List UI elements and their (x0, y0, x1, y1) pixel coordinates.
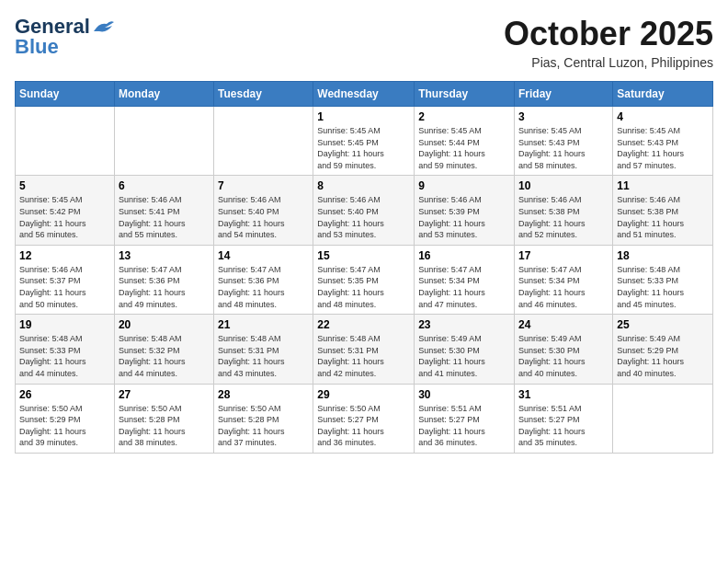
day-number: 11 (617, 179, 709, 192)
weekday-header-wednesday: Wednesday (313, 82, 415, 107)
logo-blue: Blue (15, 35, 59, 59)
day-info: Sunrise: 5:45 AM Sunset: 5:43 PM Dayligh… (617, 125, 709, 171)
location-subtitle: Pias, Central Luzon, Philippines (504, 55, 713, 70)
day-info: Sunrise: 5:45 AM Sunset: 5:45 PM Dayligh… (317, 125, 410, 171)
weekday-header-row: SundayMondayTuesdayWednesdayThursdayFrid… (16, 82, 713, 107)
day-number: 22 (317, 318, 410, 331)
day-number: 16 (418, 249, 510, 262)
calendar-cell: 14Sunrise: 5:47 AM Sunset: 5:36 PM Dayli… (214, 245, 313, 314)
calendar-cell: 12Sunrise: 5:46 AM Sunset: 5:37 PM Dayli… (16, 245, 115, 314)
weekday-header-thursday: Thursday (415, 82, 515, 107)
day-number: 24 (518, 318, 609, 331)
day-number: 6 (119, 179, 210, 192)
calendar-cell: 16Sunrise: 5:47 AM Sunset: 5:34 PM Dayli… (415, 245, 515, 314)
weekday-header-monday: Monday (114, 82, 213, 107)
day-info: Sunrise: 5:48 AM Sunset: 5:32 PM Dayligh… (119, 333, 210, 379)
day-number: 12 (19, 249, 110, 262)
day-info: Sunrise: 5:49 AM Sunset: 5:30 PM Dayligh… (518, 333, 609, 379)
calendar-week-4: 19Sunrise: 5:48 AM Sunset: 5:33 PM Dayli… (16, 315, 713, 384)
calendar-cell: 15Sunrise: 5:47 AM Sunset: 5:35 PM Dayli… (313, 245, 415, 314)
calendar-cell: 10Sunrise: 5:46 AM Sunset: 5:38 PM Dayli… (515, 176, 613, 245)
day-number: 19 (19, 318, 110, 331)
calendar-cell: 19Sunrise: 5:48 AM Sunset: 5:33 PM Dayli… (16, 315, 115, 384)
day-info: Sunrise: 5:47 AM Sunset: 5:36 PM Dayligh… (218, 264, 309, 310)
calendar-cell: 24Sunrise: 5:49 AM Sunset: 5:30 PM Dayli… (515, 315, 613, 384)
day-info: Sunrise: 5:50 AM Sunset: 5:29 PM Dayligh… (19, 403, 110, 449)
calendar-cell: 21Sunrise: 5:48 AM Sunset: 5:31 PM Dayli… (214, 315, 313, 384)
day-info: Sunrise: 5:46 AM Sunset: 5:39 PM Dayligh… (418, 194, 510, 240)
calendar-cell (114, 107, 213, 176)
day-info: Sunrise: 5:51 AM Sunset: 5:27 PM Dayligh… (418, 403, 510, 449)
calendar-cell: 7Sunrise: 5:46 AM Sunset: 5:40 PM Daylig… (214, 176, 313, 245)
day-number: 23 (418, 318, 510, 331)
day-number: 18 (617, 249, 709, 262)
day-info: Sunrise: 5:50 AM Sunset: 5:28 PM Dayligh… (218, 403, 309, 449)
day-number: 17 (518, 249, 609, 262)
day-number: 5 (19, 179, 110, 192)
day-info: Sunrise: 5:49 AM Sunset: 5:30 PM Dayligh… (418, 333, 510, 379)
day-info: Sunrise: 5:46 AM Sunset: 5:38 PM Dayligh… (518, 194, 609, 240)
calendar-cell: 9Sunrise: 5:46 AM Sunset: 5:39 PM Daylig… (415, 176, 515, 245)
calendar-cell: 5Sunrise: 5:45 AM Sunset: 5:42 PM Daylig… (16, 176, 115, 245)
day-info: Sunrise: 5:49 AM Sunset: 5:29 PM Dayligh… (617, 333, 709, 379)
calendar-table: SundayMondayTuesdayWednesdayThursdayFrid… (15, 81, 713, 454)
day-number: 20 (119, 318, 210, 331)
logo: General Blue (15, 15, 114, 59)
calendar-cell: 11Sunrise: 5:46 AM Sunset: 5:38 PM Dayli… (613, 176, 713, 245)
day-info: Sunrise: 5:47 AM Sunset: 5:35 PM Dayligh… (317, 264, 410, 310)
day-info: Sunrise: 5:45 AM Sunset: 5:44 PM Dayligh… (418, 125, 510, 171)
day-info: Sunrise: 5:47 AM Sunset: 5:34 PM Dayligh… (518, 264, 609, 310)
day-number: 9 (418, 179, 510, 192)
calendar-cell: 8Sunrise: 5:46 AM Sunset: 5:40 PM Daylig… (313, 176, 415, 245)
calendar-cell: 27Sunrise: 5:50 AM Sunset: 5:28 PM Dayli… (114, 384, 213, 453)
calendar-week-3: 12Sunrise: 5:46 AM Sunset: 5:37 PM Dayli… (16, 245, 713, 314)
day-number: 29 (317, 388, 410, 401)
day-info: Sunrise: 5:51 AM Sunset: 5:27 PM Dayligh… (518, 403, 609, 449)
weekday-header-friday: Friday (515, 82, 613, 107)
weekday-header-saturday: Saturday (613, 82, 713, 107)
page-header: General Blue October 2025 Pias, Central … (15, 15, 713, 70)
day-number: 14 (218, 249, 309, 262)
day-info: Sunrise: 5:46 AM Sunset: 5:40 PM Dayligh… (218, 194, 309, 240)
calendar-cell: 18Sunrise: 5:48 AM Sunset: 5:33 PM Dayli… (613, 245, 713, 314)
calendar-cell: 2Sunrise: 5:45 AM Sunset: 5:44 PM Daylig… (415, 107, 515, 176)
day-info: Sunrise: 5:45 AM Sunset: 5:42 PM Dayligh… (19, 194, 110, 240)
day-number: 7 (218, 179, 309, 192)
weekday-header-sunday: Sunday (16, 82, 115, 107)
day-number: 31 (518, 388, 609, 401)
day-info: Sunrise: 5:46 AM Sunset: 5:41 PM Dayligh… (119, 194, 210, 240)
day-info: Sunrise: 5:48 AM Sunset: 5:33 PM Dayligh… (617, 264, 709, 310)
calendar-cell: 1Sunrise: 5:45 AM Sunset: 5:45 PM Daylig… (313, 107, 415, 176)
calendar-cell: 6Sunrise: 5:46 AM Sunset: 5:41 PM Daylig… (114, 176, 213, 245)
calendar-cell: 30Sunrise: 5:51 AM Sunset: 5:27 PM Dayli… (415, 384, 515, 453)
day-info: Sunrise: 5:46 AM Sunset: 5:40 PM Dayligh… (317, 194, 410, 240)
day-info: Sunrise: 5:48 AM Sunset: 5:33 PM Dayligh… (19, 333, 110, 379)
calendar-cell: 31Sunrise: 5:51 AM Sunset: 5:27 PM Dayli… (515, 384, 613, 453)
day-info: Sunrise: 5:46 AM Sunset: 5:38 PM Dayligh… (617, 194, 709, 240)
day-number: 10 (518, 179, 609, 192)
calendar-cell: 25Sunrise: 5:49 AM Sunset: 5:29 PM Dayli… (613, 315, 713, 384)
day-info: Sunrise: 5:48 AM Sunset: 5:31 PM Dayligh… (317, 333, 410, 379)
weekday-header-tuesday: Tuesday (214, 82, 313, 107)
day-number: 8 (317, 179, 410, 192)
day-number: 2 (418, 110, 510, 123)
day-info: Sunrise: 5:50 AM Sunset: 5:27 PM Dayligh… (317, 403, 410, 449)
day-number: 15 (317, 249, 410, 262)
day-number: 4 (617, 110, 709, 123)
day-info: Sunrise: 5:45 AM Sunset: 5:43 PM Dayligh… (518, 125, 609, 171)
calendar-week-2: 5Sunrise: 5:45 AM Sunset: 5:42 PM Daylig… (16, 176, 713, 245)
day-number: 1 (317, 110, 410, 123)
day-info: Sunrise: 5:50 AM Sunset: 5:28 PM Dayligh… (119, 403, 210, 449)
day-info: Sunrise: 5:46 AM Sunset: 5:37 PM Dayligh… (19, 264, 110, 310)
calendar-cell: 3Sunrise: 5:45 AM Sunset: 5:43 PM Daylig… (515, 107, 613, 176)
day-number: 26 (19, 388, 110, 401)
logo-bird-icon (92, 18, 114, 35)
calendar-week-5: 26Sunrise: 5:50 AM Sunset: 5:29 PM Dayli… (16, 384, 713, 453)
calendar-cell: 17Sunrise: 5:47 AM Sunset: 5:34 PM Dayli… (515, 245, 613, 314)
day-number: 21 (218, 318, 309, 331)
calendar-cell: 20Sunrise: 5:48 AM Sunset: 5:32 PM Dayli… (114, 315, 213, 384)
day-info: Sunrise: 5:47 AM Sunset: 5:36 PM Dayligh… (119, 264, 210, 310)
day-info: Sunrise: 5:47 AM Sunset: 5:34 PM Dayligh… (418, 264, 510, 310)
calendar-cell: 29Sunrise: 5:50 AM Sunset: 5:27 PM Dayli… (313, 384, 415, 453)
day-number: 27 (119, 388, 210, 401)
